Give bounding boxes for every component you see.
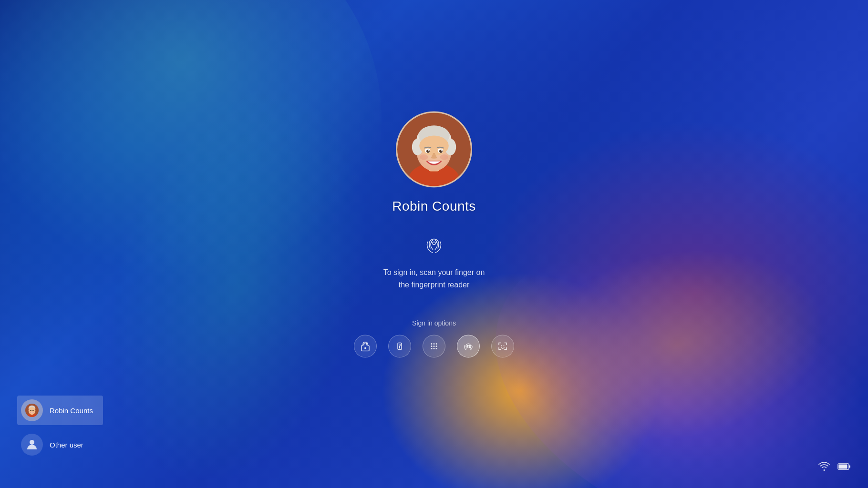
user-switcher-item-other[interactable]: Other user xyxy=(17,430,103,459)
signin-option-password[interactable] xyxy=(354,335,377,358)
svg-point-25 xyxy=(434,343,435,345)
user-switcher-avatar-robin xyxy=(21,399,43,421)
svg-point-13 xyxy=(439,150,443,153)
svg-point-32 xyxy=(436,348,437,349)
signin-message: To sign in, scan your finger on the fing… xyxy=(383,266,485,291)
svg-point-44 xyxy=(32,410,33,411)
user-switcher-name-robin: Robin Counts xyxy=(50,407,93,415)
svg-point-31 xyxy=(434,348,435,349)
svg-point-16 xyxy=(420,154,428,160)
svg-point-9 xyxy=(419,136,449,156)
svg-point-29 xyxy=(436,346,437,347)
user-switcher: Robin Counts Other user xyxy=(17,396,103,459)
svg-rect-21 xyxy=(399,346,400,349)
login-panel: Robin Counts To sign in, scan your finge… xyxy=(354,111,514,357)
battery-icon[interactable] xyxy=(837,462,851,473)
user-switcher-avatar-other xyxy=(21,434,43,456)
user-switcher-item-robin[interactable]: Robin Counts xyxy=(17,396,103,425)
svg-point-27 xyxy=(431,346,433,347)
svg-point-33 xyxy=(467,346,469,347)
svg-point-17 xyxy=(440,154,448,160)
signin-option-pin[interactable] xyxy=(423,335,445,358)
svg-rect-23 xyxy=(400,345,401,346)
sign-in-options-label: Sign in options xyxy=(412,320,456,327)
svg-point-28 xyxy=(434,346,435,347)
svg-rect-48 xyxy=(839,465,847,469)
svg-point-43 xyxy=(30,410,31,411)
svg-point-34 xyxy=(501,346,502,346)
signin-options-row xyxy=(354,335,514,358)
svg-rect-47 xyxy=(849,466,850,468)
fingerprint-icon xyxy=(422,231,446,257)
svg-point-42 xyxy=(29,407,35,412)
svg-point-15 xyxy=(441,150,442,151)
signin-option-face[interactable] xyxy=(491,335,514,358)
signin-option-fingerprint[interactable] xyxy=(457,335,480,358)
svg-point-18 xyxy=(433,242,435,244)
svg-point-30 xyxy=(431,348,433,349)
svg-point-12 xyxy=(426,150,430,153)
svg-point-26 xyxy=(436,343,437,345)
signin-option-usb-key[interactable] xyxy=(388,335,411,358)
avatar-image xyxy=(397,112,471,186)
user-switcher-name-other: Other user xyxy=(50,441,83,449)
user-avatar xyxy=(396,111,472,187)
svg-point-24 xyxy=(431,343,433,345)
svg-point-14 xyxy=(428,150,429,151)
system-tray xyxy=(818,461,851,475)
svg-point-19 xyxy=(364,347,366,349)
svg-point-35 xyxy=(504,346,505,346)
wifi-icon[interactable] xyxy=(818,461,830,475)
main-user-name: Robin Counts xyxy=(392,199,476,214)
svg-rect-22 xyxy=(399,345,400,346)
svg-point-45 xyxy=(30,440,34,445)
